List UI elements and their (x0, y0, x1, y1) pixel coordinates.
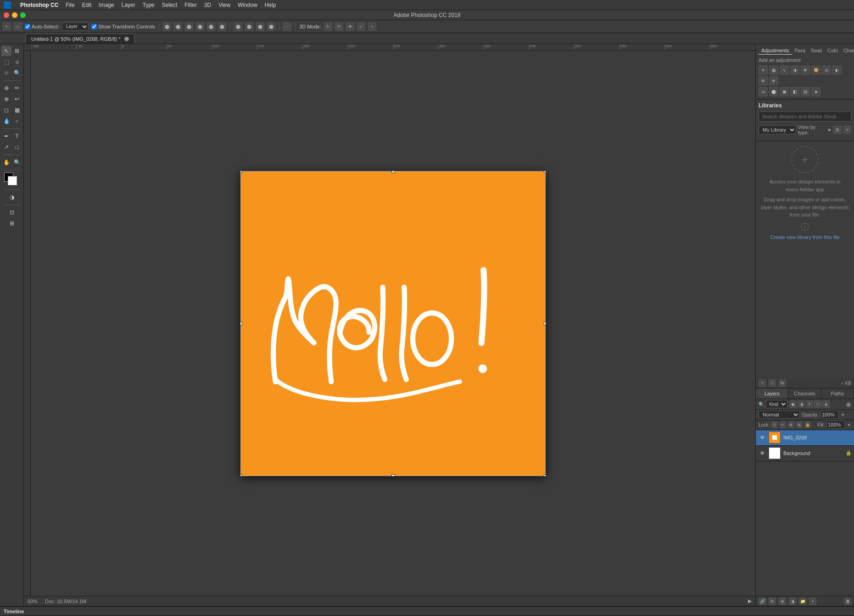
hand-tool[interactable]: ✋ (1, 157, 11, 167)
view-chevron-icon[interactable]: ▼ (827, 128, 832, 133)
gradient-tool[interactable]: ▦ (12, 105, 22, 115)
3d-slide-icon[interactable]: ⤢ (357, 22, 365, 31)
list-view-icon[interactable]: ≡ (843, 126, 851, 134)
lasso-tool[interactable]: ⌾ (12, 57, 22, 67)
menu-filter[interactable]: Filter (184, 2, 197, 8)
canvas-image[interactable] (240, 171, 546, 476)
opacity-arrow[interactable]: ▼ (841, 412, 845, 417)
transform-handle-tr[interactable] (544, 171, 546, 173)
brightness-contrast-icon[interactable]: ☀ (759, 66, 768, 75)
paths-tab[interactable]: Paths (821, 388, 854, 399)
color-lookup-icon[interactable]: 🗂 (759, 87, 768, 96)
show-transform-checkbox[interactable] (91, 24, 97, 29)
dodge-tool[interactable]: ○ (12, 116, 22, 126)
layer-item-img0268[interactable]: 👁 IMG_0268 (756, 430, 854, 446)
new-layer-icon[interactable]: + (759, 379, 766, 387)
invert-icon[interactable]: ⬤ (769, 87, 778, 96)
tab-colo[interactable]: Colo (825, 47, 841, 55)
layer-style-icon[interactable]: fx (769, 598, 776, 605)
auto-select-select[interactable]: Layer Group (62, 22, 89, 31)
transform-handle-mr[interactable] (544, 322, 546, 325)
threshold-icon[interactable]: ◧ (790, 87, 799, 96)
auto-select-checkbox[interactable] (25, 24, 30, 29)
path-select-tool[interactable]: ↗ (1, 142, 11, 152)
distribute2-icon[interactable]: ⬤ (245, 22, 253, 31)
layer-adjustment-icon[interactable]: ◑ (789, 598, 796, 605)
eyedropper-tool[interactable]: 🔍 (12, 68, 22, 78)
fill-input[interactable] (826, 421, 845, 429)
selective-color-icon[interactable]: ◈ (811, 87, 821, 96)
bw-icon[interactable]: ◐ (832, 66, 842, 75)
move-tool[interactable]: ↖ (1, 46, 11, 56)
layer-visibility-background[interactable]: 👁 (759, 450, 766, 457)
filter-adj-icon[interactable]: ◑ (798, 400, 805, 408)
layer-group-icon[interactable]: 📁 (799, 598, 806, 605)
minimize-button[interactable] (12, 12, 17, 18)
expand-arrow[interactable]: ▶ (748, 598, 752, 604)
pen-tool[interactable]: ✒ (1, 131, 11, 141)
menu-image[interactable]: Image (99, 2, 114, 8)
shape-tool[interactable]: □ (12, 142, 22, 152)
menu-window[interactable]: Window (238, 2, 257, 8)
layer-delete-icon[interactable]: 🗑 (844, 598, 851, 605)
quick-mask-tool[interactable]: ◑ (7, 192, 17, 202)
align-center-icon[interactable]: ⬤ (174, 22, 182, 31)
transform-handle-tl[interactable] (240, 171, 242, 173)
channels-tab[interactable]: Channels (788, 388, 821, 399)
layer-fx-icon[interactable]: fx (779, 379, 786, 387)
menu-view[interactable]: View (218, 2, 230, 8)
blend-mode-select[interactable]: Normal Multiply Screen (759, 411, 800, 419)
type-tool[interactable]: T (12, 131, 22, 141)
crop-tool[interactable]: ⊹ (1, 68, 11, 78)
opacity-input[interactable] (821, 411, 839, 419)
3d-roll-icon[interactable]: ⟳ (335, 22, 343, 31)
menu-3d[interactable]: 3D (204, 2, 211, 8)
gradient-map-icon[interactable]: ▤ (801, 87, 810, 96)
distribute-icon[interactable]: ⬤ (234, 22, 242, 31)
transform-handle-br[interactable] (544, 474, 546, 476)
posterize-icon[interactable]: ▣ (780, 87, 789, 96)
align-top-icon[interactable]: ⬤ (196, 22, 204, 31)
transform-handle-tc[interactable] (391, 171, 395, 173)
hsl-icon[interactable]: 🎨 (811, 66, 821, 75)
menu-help[interactable]: Help (265, 2, 276, 8)
brush-tool[interactable]: ✏ (12, 83, 22, 93)
artboard-tool[interactable]: ⊞ (12, 46, 22, 56)
menu-file[interactable]: File (66, 2, 74, 8)
maximize-button[interactable] (20, 12, 26, 18)
distribute4-icon[interactable]: ⬤ (267, 22, 275, 31)
layer-visibility-img0268[interactable]: 👁 (759, 434, 766, 441)
create-library-link[interactable]: Create new library from this file (770, 234, 840, 240)
filter-type-icon[interactable]: T (806, 400, 813, 408)
align-bottom-icon[interactable]: ⬤ (218, 22, 226, 31)
lock-all-icon[interactable]: 🔒 (804, 422, 811, 428)
more-options-icon[interactable]: ··· (283, 22, 291, 31)
lock-position-icon[interactable]: ✥ (788, 422, 794, 428)
menu-edit[interactable]: Edit (82, 2, 92, 8)
heal-tool[interactable]: ⊕ (1, 83, 11, 93)
blur-tool[interactable]: 💧 (1, 116, 11, 126)
layer-mask-icon[interactable]: ⊕ (779, 598, 786, 605)
close-button[interactable] (4, 12, 9, 18)
distribute3-icon[interactable]: ⬤ (256, 22, 264, 31)
curves-icon[interactable]: ∿ (780, 66, 789, 75)
tab-char[interactable]: Char (841, 47, 854, 55)
filter-smart-icon[interactable]: ◈ (822, 400, 830, 408)
filter-pixel-icon[interactable]: ▣ (789, 400, 797, 408)
menu-select[interactable]: Select (162, 2, 177, 8)
transform-handle-bl[interactable] (240, 474, 242, 476)
lock-artboard-icon[interactable]: ⊞ (796, 422, 803, 428)
align-mid-icon[interactable]: ⬤ (207, 22, 215, 31)
lock-pixels-icon[interactable]: ✏ (780, 422, 786, 428)
levels-icon[interactable]: ▦ (769, 66, 778, 75)
layer-link-icon[interactable]: 🔗 (759, 598, 766, 605)
3d-scale-icon[interactable]: ⤡ (368, 22, 376, 31)
grid-view-icon[interactable]: ⊞ (833, 126, 841, 134)
document-tab[interactable]: Untitled-1 @ 50% (IMG_0268, RGB/8) * × (25, 33, 135, 44)
menu-layer[interactable]: Layer (122, 2, 135, 8)
channel-mixer-icon[interactable]: ⊗ (769, 76, 778, 85)
frame-tool[interactable]: ⊞ (7, 218, 17, 228)
help-circle-icon[interactable]: ⓘ (801, 222, 809, 233)
new-group-icon[interactable]: □ (769, 379, 776, 387)
zoom-tool[interactable]: 🔍 (12, 157, 22, 167)
